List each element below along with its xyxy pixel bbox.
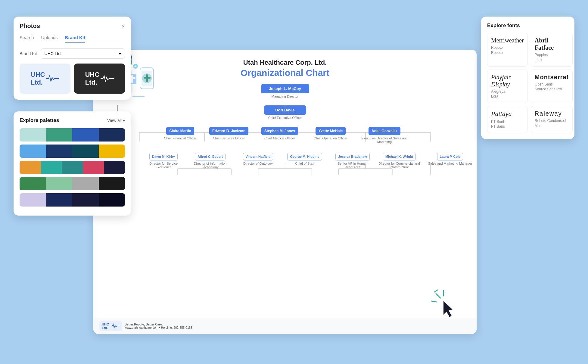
font-card-playfair[interactable]: Playfair Display AlegreyaLora	[487, 70, 528, 103]
mccoy-role: Managing Director	[272, 95, 299, 98]
org-chart-canvas: Utah Healthcare Corp. Ltd. Organizationa…	[93, 50, 477, 334]
connector-v2	[285, 120, 285, 127]
org-footer: UHC Ltd. Better People, Better Care. www…	[93, 318, 477, 334]
brand-kit-label: Brand Kit	[20, 51, 37, 56]
palettes-header: Explore palettes View all ▾	[20, 117, 125, 123]
palette-swatch	[99, 145, 125, 158]
brand-kit-select[interactable]: UHC Ltd. ▾	[41, 48, 125, 59]
level4-row: Dawn M. Kirby Director for Service Excel…	[102, 153, 468, 169]
palette-row[interactable]	[20, 177, 125, 190]
palette-swatch	[72, 177, 99, 190]
font-name: Pattaya	[491, 110, 524, 118]
font-name: Montserrat	[535, 73, 569, 81]
palette-row[interactable]	[20, 145, 125, 158]
claire-martin-node: Claire Martin Chief Financial Officer	[159, 127, 201, 144]
dori-davis-node: Dori Davis Chief Executive Officer	[102, 105, 468, 120]
ecg-icon-light	[46, 74, 59, 83]
dori-davis-button[interactable]: Dori Davis	[264, 105, 306, 115]
palette-row[interactable]	[20, 193, 125, 207]
logo-card-light[interactable]: UHCLtd.	[20, 64, 70, 94]
dawn-kirby-node: Dawn M. Kirby Director for Service Excel…	[142, 153, 185, 169]
font-name: Playfair Display	[491, 73, 524, 88]
yvette-mchale-node: Yvette McHale Chief Operation Officer	[307, 127, 354, 144]
level3-row: Claire Martin Chief Financial Officer Ed…	[102, 127, 468, 144]
palette-swatch	[104, 161, 125, 174]
edward-children: Dawn M. Kirby Director for Service Excel…	[142, 153, 232, 169]
palette-swatch	[72, 193, 99, 207]
font-sub: Roboto CondensedMuli	[535, 118, 569, 129]
michael-wright-button[interactable]: Michael K. Wright	[383, 153, 416, 160]
anita-children: Laura P. Cole Sales and Marketing Manage…	[425, 153, 475, 169]
font-name: Merriweather	[491, 37, 524, 44]
george-higgins-node: George M. Higgins Chief of Staff	[283, 153, 327, 169]
jessica-bradshaw-node: Jessica Bradshaw Senior VP in Human Reso…	[331, 153, 375, 169]
ecg-icon-dark	[101, 74, 114, 83]
brand-kit-row: Brand Kit UHC Ltd. ▾	[20, 48, 125, 59]
ceo-node: Joseph L. McCoy Managing Director	[102, 84, 468, 98]
yvette-children: Jessica Bradshaw Senior VP in Human Reso…	[331, 153, 421, 169]
font-card-raleway[interactable]: Raleway Roboto CondensedMuli	[531, 106, 573, 133]
george-higgins-button[interactable]: George M. Higgins	[287, 153, 322, 160]
fonts-panel: Explore fonts Merriweather RobotoRoboto …	[481, 17, 574, 139]
palette-swatch	[46, 128, 73, 142]
palette-row[interactable]	[20, 161, 125, 174]
photos-panel: Photos × Search Uploads Brand Kit Brand …	[14, 17, 131, 100]
font-card-abril[interactable]: Abril Fatface PoppinsLato	[531, 33, 573, 67]
palette-swatch	[46, 145, 73, 158]
fonts-title: Explore fonts	[487, 23, 568, 29]
tab-uploads[interactable]: Uploads	[41, 35, 58, 43]
photos-tabs: Search Uploads Brand Kit	[20, 35, 125, 43]
palette-swatch	[20, 128, 46, 142]
footer-ecg-icon	[111, 323, 120, 329]
palette-swatch	[72, 145, 99, 158]
palette-swatch	[20, 145, 46, 158]
font-sub: PoppinsLato	[535, 52, 569, 63]
palettes-title: Explore palettes	[20, 117, 59, 123]
tab-search[interactable]: Search	[20, 35, 34, 43]
font-sub: Open SansSource Sans Pro	[535, 82, 569, 92]
close-button[interactable]: ×	[122, 23, 125, 29]
yvette-mchale-button[interactable]: Yvette McHale	[316, 127, 346, 135]
font-card-merriweather[interactable]: Merriweather RobotoRoboto	[487, 33, 528, 67]
laura-cole-node: Laura P. Cole Sales and Marketing Manage…	[425, 153, 475, 169]
edward-jackson-node: Edward B. Jackson Chief Services Officer	[206, 127, 252, 144]
tab-brand-kit[interactable]: Brand Kit	[65, 35, 86, 43]
stephen-children: Vincent Hatfield Director of Ontology Ge…	[236, 153, 327, 169]
font-sub: PT SerifPT Sans	[491, 119, 524, 129]
dori-davis-role: Chief Executive Officer	[268, 116, 302, 120]
font-card-montserrat[interactable]: Montserrat Open SansSource Sans Pro	[531, 70, 573, 103]
palette-swatch	[46, 177, 73, 190]
palette-swatch	[20, 161, 41, 174]
chevron-down-icon: ▾	[119, 51, 121, 56]
palette-swatch	[83, 161, 104, 174]
claire-martin-button[interactable]: Claire Martin	[166, 127, 194, 135]
anita-gonzalez-button[interactable]: Anita Gonzalez	[369, 127, 400, 135]
laura-cole-button[interactable]: Laura P. Cole	[437, 153, 463, 160]
edward-jackson-button[interactable]: Edward B. Jackson	[209, 127, 248, 135]
palette-swatch	[99, 193, 125, 207]
michael-wright-node: Michael K. Wright Director for Commercia…	[378, 153, 421, 169]
org-chart-title: Organizational Chart	[102, 68, 468, 78]
palette-swatch	[20, 177, 46, 190]
font-card-pattaya[interactable]: Pattaya PT SerifPT Sans	[487, 106, 528, 133]
vincent-hatfield-button[interactable]: Vincent Hatfield	[243, 153, 273, 160]
logo-card-dark[interactable]: UHCLtd.	[74, 64, 125, 94]
alfred-egbert-button[interactable]: Alfred C. Egbert	[195, 153, 226, 160]
org-header: Utah Healthcare Corp. Ltd. Organizationa…	[102, 59, 468, 78]
view-all-button[interactable]: View all ▾	[107, 118, 125, 123]
palette-swatch	[99, 128, 125, 142]
mccoy-button[interactable]: Joseph L. McCoy	[261, 84, 309, 93]
font-name: Abril Fatface	[535, 37, 569, 51]
vincent-hatfield-node: Vincent Hatfield Director of Ontology	[236, 153, 280, 169]
palette-swatch	[99, 177, 125, 190]
palette-swatch	[62, 161, 83, 174]
stephen-jones-button[interactable]: Stephen M. Jones	[261, 127, 298, 135]
palette-swatch	[20, 193, 46, 207]
photos-panel-title: Photos	[20, 23, 40, 30]
palette-swatch	[72, 128, 99, 142]
alfred-egbert-node: Alfred C. Egbert Director of Information…	[188, 153, 232, 169]
fonts-grid: Merriweather RobotoRoboto Abril Fatface …	[487, 33, 568, 133]
jessica-bradshaw-button[interactable]: Jessica Bradshaw	[335, 153, 369, 160]
palette-row[interactable]	[20, 128, 125, 142]
dawn-kirby-button[interactable]: Dawn M. Kirby	[149, 153, 178, 160]
